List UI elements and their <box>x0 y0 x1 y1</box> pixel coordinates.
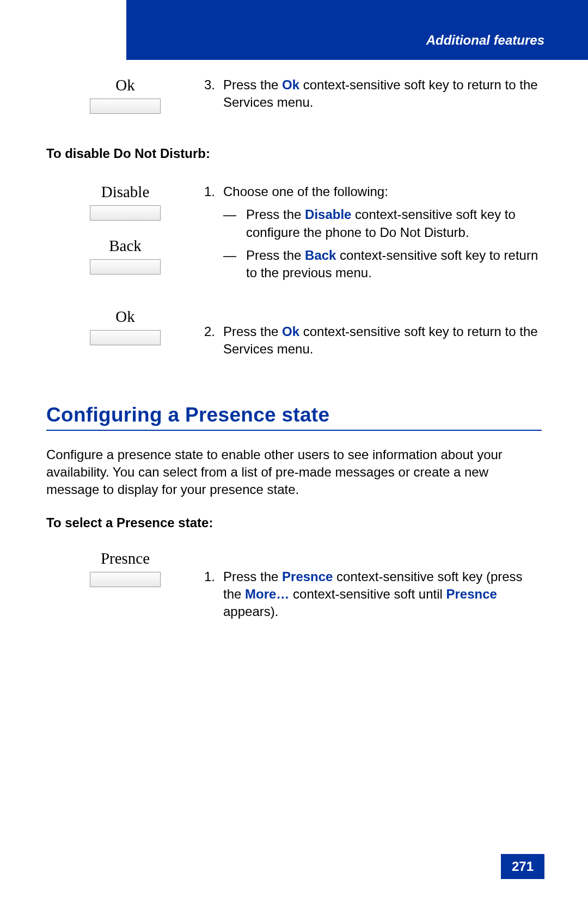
subheading-select-presence: To select a Presence state: <box>46 515 542 530</box>
key-name: More… <box>245 587 289 601</box>
softkey-label: Disable <box>101 183 150 201</box>
step-number: 2. <box>204 323 223 358</box>
step-body: Press the Ok context-sensitive soft key … <box>223 323 542 358</box>
option-2: Press the Back context-sensitive soft ke… <box>246 247 542 282</box>
softkey-label: Presnce <box>101 550 150 568</box>
disable-step-2-row: Ok 2. Press the Ok context-sensitive sof… <box>46 308 542 363</box>
dash: — <box>223 206 246 241</box>
step-intro: Choose one of the following: <box>223 183 542 200</box>
softkey-box <box>90 259 161 274</box>
section-paragraph: Configure a presence state to enable oth… <box>46 446 542 499</box>
section-rule <box>46 430 542 431</box>
step-number: 1. <box>204 183 223 284</box>
text-fragment: context-sensitive soft until <box>289 587 446 601</box>
step-number: 1. <box>204 568 223 621</box>
key-name: Back <box>305 248 336 263</box>
text-fragment: Press the <box>246 207 305 222</box>
step-body: Press the Presnce context-sensitive soft… <box>223 568 542 621</box>
softkey-label: Back <box>109 237 142 255</box>
disable-step-2-text: 2. Press the Ok context-sensitive soft k… <box>204 308 542 363</box>
text-fragment: appears). <box>223 604 278 619</box>
key-name: Disable <box>305 207 351 222</box>
step-body: Press the Ok context-sensitive soft key … <box>223 76 542 112</box>
key-name: Presnce <box>282 569 333 584</box>
softkey-ok-1: Ok <box>46 76 204 114</box>
step-3-row: Ok 3. Press the Ok context-sensitive sof… <box>46 76 542 116</box>
page-number: 271 <box>501 854 544 879</box>
subheading-disable-dnd: To disable Do Not Disturb: <box>46 146 542 161</box>
header-band: Additional features <box>126 0 588 60</box>
section-title: Configuring a Presence state <box>46 404 542 426</box>
header-title: Additional features <box>426 33 544 48</box>
softkey-ok-2: Ok <box>46 308 204 345</box>
key-name: Ok <box>282 324 299 339</box>
disable-step-1-text: 1. Choose one of the following: — Press … <box>204 183 542 289</box>
text-fragment: Press the <box>223 324 282 339</box>
softkey-label: Ok <box>115 76 134 94</box>
softkey-box <box>90 205 161 221</box>
softkey-box <box>90 330 161 345</box>
step-number: 3. <box>204 76 223 112</box>
softkey-presnce: Presnce <box>46 550 204 587</box>
key-name: Presnce <box>446 587 497 601</box>
key-name: Ok <box>282 77 299 92</box>
softkey-box <box>90 99 161 114</box>
softkey-box <box>90 572 161 587</box>
softkey-column: Disable Back <box>46 183 204 274</box>
disable-step-1-row: Disable Back 1. Choose one of the follow… <box>46 183 542 289</box>
text-fragment: Press the <box>223 77 282 92</box>
text-fragment: Press the <box>223 569 282 584</box>
page-content: Ok 3. Press the Ok context-sensitive sof… <box>46 76 542 625</box>
presence-step-1-row: Presnce 1. Press the Presnce context-sen… <box>46 550 542 625</box>
option-1: Press the Disable context-sensitive soft… <box>246 206 542 241</box>
presence-step-1-text: 1. Press the Presnce context-sensitive s… <box>204 550 542 625</box>
softkey-label: Ok <box>115 308 134 326</box>
softkey-back: Back <box>90 237 161 274</box>
step-3-text: 3. Press the Ok context-sensitive soft k… <box>204 76 542 116</box>
dash: — <box>223 247 246 282</box>
softkey-disable: Disable <box>90 183 161 221</box>
text-fragment: Press the <box>246 248 305 263</box>
